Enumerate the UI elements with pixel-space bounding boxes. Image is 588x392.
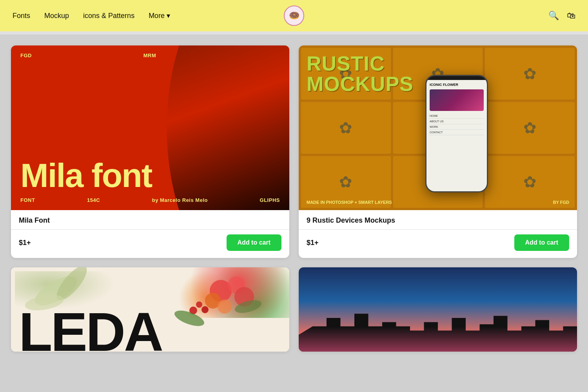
rustic-tile-6 xyxy=(485,102,575,154)
mila-label-154c: 154C xyxy=(87,197,100,203)
nav-links: Fonts Mockup icons & Patterns More ▾ xyxy=(13,11,548,20)
navigation: Fonts Mockup icons & Patterns More ▾ 🍩 🔍… xyxy=(0,0,588,31)
mila-image-inner: FGD MRM 2024 Mila font FONT 154C by Marc… xyxy=(11,45,289,210)
nav-separator xyxy=(0,31,588,34)
city-image xyxy=(299,267,577,352)
mila-price: $1+ xyxy=(19,239,31,247)
leda-bg: LEDA xyxy=(11,267,289,352)
rustic-bg: RUSTICMOCKUPS ICONIC FLOWER HOME ABOUT U… xyxy=(299,45,577,210)
rustic-image: RUSTICMOCKUPS ICONIC FLOWER HOME ABOUT U… xyxy=(299,45,577,210)
rustic-tile-4 xyxy=(301,102,391,154)
product-card-mila: FGD MRM 2024 Mila font FONT 154C by Marc… xyxy=(11,45,289,258)
rustic-image-inner: RUSTICMOCKUPS ICONIC FLOWER HOME ABOUT U… xyxy=(299,45,577,210)
nav-actions: 🔍 🛍 xyxy=(548,11,575,21)
rustic-price: $1+ xyxy=(307,239,319,247)
product-card-leda: LEDA xyxy=(11,267,289,352)
mila-card-footer: $1+ Add to cart xyxy=(11,234,289,258)
mila-font-image: FGD MRM 2024 Mila font FONT 154C by Marc… xyxy=(11,45,289,210)
phone-nav-contact: CONTACT xyxy=(430,130,484,135)
phone-notch xyxy=(445,76,468,80)
phone-screen: ICONIC FLOWER HOME ABOUT US WORK CONTACT xyxy=(426,80,487,191)
mila-card-title: Mila Font xyxy=(19,216,281,225)
product-card-city xyxy=(299,267,577,352)
leda-image: LEDA xyxy=(11,267,289,352)
mila-silhouette xyxy=(136,45,290,210)
rustic-label-right: BY FGD xyxy=(553,200,569,205)
rustic-title-overlay: RUSTICMOCKUPS xyxy=(307,53,414,94)
phone-nav-about: ABOUT US xyxy=(430,119,484,124)
rustic-tile-3 xyxy=(485,48,575,100)
rustic-label-left: MADE IN PHOTOSHOP + SMART LAYERS xyxy=(307,200,392,205)
mila-card-info: Mila Font xyxy=(11,210,289,225)
phone-screen-header: ICONIC FLOWER xyxy=(430,83,484,87)
rustic-card-footer: $1+ Add to cart xyxy=(299,234,577,258)
mila-label-mrm: MRM xyxy=(143,53,156,58)
mila-label-font: FONT xyxy=(20,197,35,203)
nav-icons-patterns[interactable]: icons & Patterns xyxy=(83,12,134,20)
cart-button[interactable]: 🛍 xyxy=(567,11,575,21)
nav-mockup[interactable]: Mockup xyxy=(44,12,69,20)
mila-bottom-labels: FONT 154C by Marcelo Reis Melo GLIPHS xyxy=(11,197,289,203)
mila-bg: FGD MRM 2024 Mila font FONT 154C by Marc… xyxy=(11,45,289,210)
product-card-rustic: RUSTICMOCKUPS ICONIC FLOWER HOME ABOUT U… xyxy=(299,45,577,258)
city-gradient-overlay xyxy=(299,327,577,352)
nav-logo[interactable]: 🍩 xyxy=(284,5,304,26)
rustic-add-to-cart[interactable]: Add to cart xyxy=(514,234,569,251)
nav-more[interactable]: More ▾ xyxy=(149,11,170,20)
rustic-card-info: 9 Rustic Devices Mockups xyxy=(299,210,577,225)
mila-divider xyxy=(11,229,289,230)
mila-label-gliphs: GLIPHS xyxy=(260,197,280,203)
rustic-card-title: 9 Rustic Devices Mockups xyxy=(307,216,569,225)
mila-label-fgd: FGD xyxy=(20,53,32,58)
city-bg xyxy=(299,267,577,352)
phone-screen-image xyxy=(430,89,484,111)
mila-big-title: Mila font xyxy=(20,160,152,191)
rustic-bottom-labels: MADE IN PHOTOSHOP + SMART LAYERS BY FGD xyxy=(299,200,577,205)
mila-add-to-cart[interactable]: Add to cart xyxy=(227,234,281,251)
phone-nav-work: WORK xyxy=(430,124,484,130)
logo-icon: 🍩 xyxy=(284,5,304,26)
phone-nav-home: HOME xyxy=(430,113,484,119)
product-grid: FGD MRM 2024 Mila font FONT 154C by Marc… xyxy=(0,34,588,363)
rustic-phone-mockup: ICONIC FLOWER HOME ABOUT US WORK CONTACT xyxy=(425,75,488,192)
rustic-divider xyxy=(299,229,577,230)
leda-big-title: LEDA xyxy=(19,305,162,352)
nav-fonts[interactable]: Fonts xyxy=(13,12,30,20)
mila-label-author: by Marcelo Reis Melo xyxy=(152,197,208,203)
search-button[interactable]: 🔍 xyxy=(548,11,559,21)
